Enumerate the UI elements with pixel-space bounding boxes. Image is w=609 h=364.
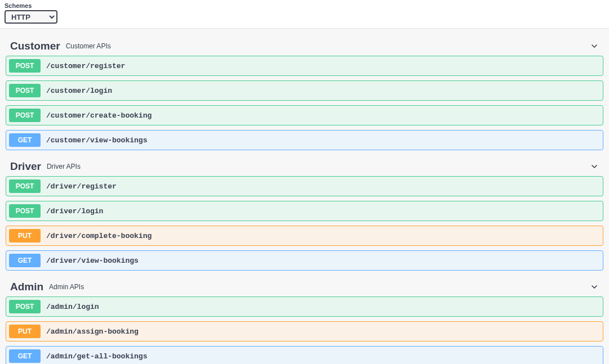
operation-row[interactable]: GET /admin/get-all-bookings — [6, 346, 603, 364]
tag-header-driver[interactable]: Driver Driver APIs — [6, 155, 603, 176]
operation-path: /admin/assign-booking — [46, 327, 139, 336]
operation-path: /admin/get-all-bookings — [46, 352, 147, 361]
chevron-down-icon — [590, 42, 599, 51]
tag-description: Customer APIs — [66, 42, 111, 50]
chevron-down-icon — [590, 162, 599, 171]
operation-row[interactable]: GET /driver/view-bookings — [6, 250, 603, 271]
operation-path: /customer/view-bookings — [46, 136, 147, 145]
schemes-select[interactable]: HTTP — [5, 10, 57, 24]
operation-path: /driver/complete-booking — [46, 232, 152, 240]
operation-path: /driver/register — [46, 182, 117, 191]
tag-name: Admin — [10, 281, 43, 293]
schemes-label: Schemes — [5, 2, 604, 9]
operations-container: Customer Customer APIs POST /customer/re… — [0, 28, 609, 364]
tag-name: Driver — [10, 160, 41, 173]
operation-row[interactable]: POST /customer/login — [6, 80, 603, 101]
method-badge-post: POST — [9, 109, 41, 122]
method-badge-post: POST — [9, 300, 41, 313]
tag-section-customer: Customer Customer APIs POST /customer/re… — [6, 34, 603, 150]
operation-path: /driver/view-bookings — [46, 257, 139, 265]
tag-description: Driver APIs — [47, 163, 81, 170]
operation-path: /customer/create-booking — [46, 111, 152, 120]
operation-row[interactable]: PUT /driver/complete-booking — [6, 226, 603, 246]
method-badge-post: POST — [9, 204, 41, 218]
method-badge-put: PUT — [9, 325, 41, 338]
operation-row[interactable]: POST /driver/login — [6, 201, 603, 221]
operation-path: /customer/login — [46, 87, 112, 95]
method-badge-post: POST — [9, 84, 41, 97]
tag-section-admin: Admin Admin APIs POST /admin/login PUT /… — [6, 275, 603, 364]
chevron-down-icon — [590, 282, 599, 291]
method-badge-get: GET — [9, 133, 41, 147]
method-badge-post: POST — [9, 59, 41, 73]
tag-header-customer[interactable]: Customer Customer APIs — [6, 34, 603, 56]
method-badge-put: PUT — [9, 229, 41, 242]
operation-path: /admin/login — [46, 303, 99, 311]
operation-path: /customer/register — [46, 62, 125, 70]
schemes-section: Schemes HTTP — [0, 0, 609, 28]
tag-header-admin[interactable]: Admin Admin APIs — [6, 275, 603, 296]
operation-row[interactable]: POST /customer/register — [6, 56, 603, 76]
operation-row[interactable]: POST /customer/create-booking — [6, 105, 603, 125]
method-badge-post: POST — [9, 179, 41, 193]
operation-row[interactable]: PUT /admin/assign-booking — [6, 321, 603, 341]
method-badge-get: GET — [9, 254, 41, 267]
tag-name: Customer — [10, 40, 60, 52]
operation-row[interactable]: POST /driver/register — [6, 176, 603, 196]
operation-path: /driver/login — [46, 207, 103, 215]
tag-description: Admin APIs — [49, 283, 84, 291]
method-badge-get: GET — [9, 349, 41, 363]
operation-row[interactable]: POST /admin/login — [6, 296, 603, 317]
tag-section-driver: Driver Driver APIs POST /driver/register… — [6, 155, 603, 271]
operation-row[interactable]: GET /customer/view-bookings — [6, 130, 603, 150]
